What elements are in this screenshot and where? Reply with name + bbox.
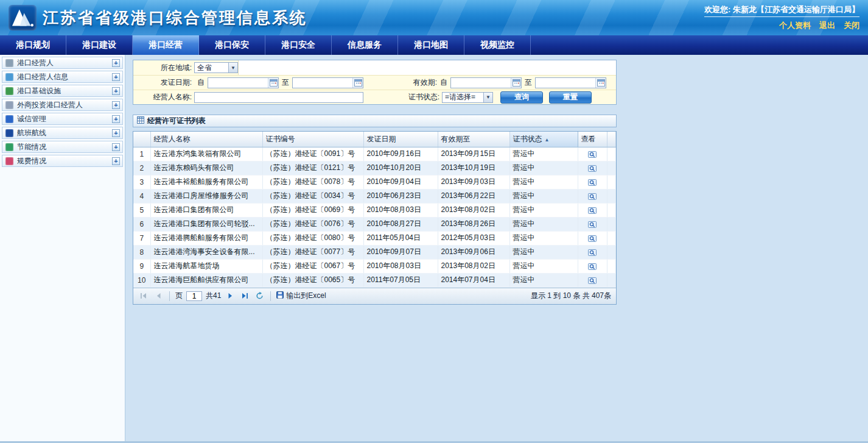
table-row[interactable]: 3 连云港丰裕船舶服务有限公司 （苏连）港经证〔0078〕号 2010年09月0…: [133, 175, 616, 189]
calendar-icon[interactable]: [268, 78, 278, 88]
expand-button[interactable]: +: [112, 129, 120, 137]
table-row[interactable]: 4 连云港港口房屋维修服务公司 （苏连）港经证〔0034〕号 2010年06月2…: [133, 189, 616, 203]
operator-name-input[interactable]: [194, 92, 363, 103]
view-button[interactable]: [588, 263, 597, 271]
expand-button[interactable]: +: [112, 73, 120, 81]
sidebar-item[interactable]: 外商投资港口经营人 +: [2, 99, 123, 111]
last-page-button[interactable]: [239, 291, 250, 302]
validity-from-input[interactable]: [451, 78, 511, 88]
row-number: 10: [133, 273, 150, 287]
issue-date-from-input[interactable]: [208, 78, 268, 88]
view-button[interactable]: [588, 165, 597, 172]
cell-filler: [607, 203, 616, 217]
prev-page-button[interactable]: [153, 291, 164, 302]
col-cert-status[interactable]: 证书状态▲: [509, 132, 578, 147]
sidebar-item[interactable]: 港口经营人 +: [2, 57, 123, 69]
total-pages-label: 共41: [206, 291, 221, 301]
calendar-icon[interactable]: [595, 78, 606, 88]
export-excel-button[interactable]: 输出到Excel: [276, 291, 326, 301]
nav-tab[interactable]: 港口保安: [199, 35, 265, 55]
nav-tab[interactable]: 港口地图: [398, 35, 464, 55]
region-select[interactable]: 全省 ▼: [194, 62, 238, 73]
table-row[interactable]: 9 连云港海航基地货场 （苏连）港经证〔0067〕号 2010年08月03日 2…: [133, 259, 616, 273]
cert-table-wrap: 经营人名称 证书编号 发证日期 有效期至 证书状态▲ 查看 1 连云: [133, 131, 617, 305]
view-button[interactable]: [588, 151, 597, 158]
cell-filler: [607, 175, 616, 189]
view-button[interactable]: [588, 221, 597, 229]
expand-button[interactable]: +: [112, 101, 120, 109]
cell-view: [578, 189, 607, 203]
validity-to-input[interactable]: [536, 78, 595, 88]
sidebar-item[interactable]: 诚信管理 +: [2, 113, 123, 125]
table-row[interactable]: 2 连云港东粮码头有限公司 （苏连）港经证〔0121〕号 2010年10月20日…: [133, 161, 616, 175]
reset-button[interactable]: 重置: [549, 91, 592, 104]
cell-issue-date: 2010年09月16日: [363, 147, 438, 161]
operator-info-icon: [5, 73, 13, 81]
calendar-icon[interactable]: [511, 78, 521, 88]
search-button[interactable]: 查询: [500, 91, 543, 104]
nav-tab-label: 港口规划: [16, 40, 50, 51]
issue-date-to-input[interactable]: [293, 78, 352, 88]
table-row[interactable]: 7 连云港港腾船舶服务有限公司 （苏连）港经证〔0080〕号 2011年05月0…: [133, 231, 616, 245]
calendar-icon[interactable]: [352, 78, 363, 88]
close-link[interactable]: 关闭: [844, 20, 859, 31]
table-row[interactable]: 6 连云港港口集团有限公司轮驳... （苏连）港经证〔0076〕号 2010年0…: [133, 217, 616, 231]
nav-tab[interactable]: 港口安全: [265, 35, 332, 55]
next-page-button[interactable]: [225, 291, 236, 302]
filter-row-name-status: 经营人名称: 证书状态: =请选择= ▼ 查询 重置: [133, 90, 616, 104]
sidebar-item[interactable]: 港口经营人信息 +: [2, 71, 123, 83]
first-page-button[interactable]: [138, 291, 149, 302]
sidebar-item-label: 诚信管理: [17, 114, 112, 124]
table-row[interactable]: 8 连云港港湾海事安全设备有限... （苏连）港经证〔0077〕号 2010年0…: [133, 245, 616, 259]
view-button[interactable]: [588, 249, 597, 257]
chevron-down-icon: ▼: [483, 93, 492, 102]
row-number: 4: [133, 189, 150, 203]
row-number: 1: [133, 147, 150, 161]
sidebar-item-label: 港口经营人信息: [17, 72, 112, 82]
refresh-button[interactable]: [254, 291, 265, 302]
table-row[interactable]: 10 连云港海巨船舶供应有限公司 （苏连）港经证〔0065〕号 2011年07月…: [133, 273, 616, 287]
cert-status-select[interactable]: =请选择= ▼: [442, 92, 493, 103]
view-button[interactable]: [588, 235, 597, 243]
nav-tab[interactable]: 信息服务: [332, 35, 398, 55]
cell-status: 营运中: [509, 259, 578, 273]
expand-button[interactable]: +: [112, 115, 120, 123]
port-operator-icon: [5, 59, 13, 67]
nav-tab-label: 港口建设: [82, 40, 116, 51]
expand-button[interactable]: +: [112, 87, 120, 95]
view-button[interactable]: [588, 277, 597, 285]
expand-button[interactable]: +: [112, 143, 120, 151]
view-button[interactable]: [588, 193, 597, 200]
col-operator-name[interactable]: 经营人名称: [150, 132, 262, 147]
table-row[interactable]: 5 连云港港口集团有限公司 （苏连）港经证〔0069〕号 2010年08月03日…: [133, 203, 616, 217]
sidebar-item[interactable]: 航班航线 +: [2, 127, 123, 139]
cell-filler: [607, 147, 616, 161]
nav-tab[interactable]: 视频监控: [464, 35, 531, 55]
view-button[interactable]: [588, 179, 597, 186]
sidebar-item[interactable]: 节能情况 +: [2, 141, 123, 153]
expand-button[interactable]: +: [112, 59, 120, 67]
to-label: 至: [522, 77, 535, 88]
row-number: 7: [133, 231, 150, 245]
sidebar-item[interactable]: 规费情况 +: [2, 155, 123, 167]
cell-view: [578, 259, 607, 273]
nav-tab[interactable]: 港口规划: [0, 35, 66, 55]
filter-row-filler: [238, 60, 616, 75]
col-valid-until[interactable]: 有效期至: [438, 132, 509, 147]
sidebar-item[interactable]: 港口基础设施 +: [2, 85, 123, 97]
logout-link[interactable]: 退出: [819, 20, 835, 31]
cell-view: [578, 245, 607, 259]
nav-tab[interactable]: 港口建设: [66, 35, 133, 55]
sidebar-item-label: 规费情况: [17, 156, 112, 166]
profile-link[interactable]: 个人资料: [779, 20, 811, 31]
pagination-bar: 页 共41: [133, 288, 616, 304]
col-cert-no[interactable]: 证书编号: [262, 132, 363, 147]
table-row[interactable]: 1 连云港东鸿集装箱有限公司 （苏连）港经证〔0091〕号 2010年09月16…: [133, 147, 616, 161]
col-issue-date[interactable]: 发证日期: [363, 132, 438, 147]
validity-to-field: [535, 77, 606, 88]
nav-tab[interactable]: 港口经营: [133, 35, 199, 55]
view-button[interactable]: [588, 207, 597, 214]
expand-button[interactable]: +: [112, 157, 120, 165]
page-number-input[interactable]: [186, 291, 202, 301]
cell-valid-until: 2012年05月03日: [438, 231, 509, 245]
